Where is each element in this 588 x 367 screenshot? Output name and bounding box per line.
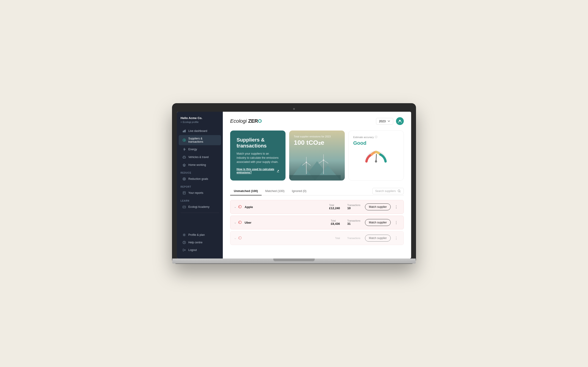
laptop-base: [172, 259, 416, 264]
more-options-button[interactable]: ⋮: [393, 204, 400, 210]
hero-main-card: Suppliers & transactions Match your supp…: [230, 131, 285, 181]
main-content: Ecologi ZERO 2023: [223, 112, 411, 259]
match-supplier-button[interactable]: Match supplier: [365, 235, 391, 242]
sidebar-item-label: Logout: [188, 248, 197, 252]
sidebar-item-label: Profile & plan: [188, 233, 205, 236]
supplier-meta: Total £12,240 Transactions 10: [329, 204, 360, 210]
external-link-icon: ↗: [277, 169, 279, 173]
accuracy-label: Estimate accuracy ⓘ: [353, 135, 377, 139]
emissions-content: Total supplier emissions for 2023 100 tC…: [294, 135, 340, 146]
match-supplier-button[interactable]: Match supplier: [365, 219, 391, 226]
target-icon: [182, 177, 186, 181]
sidebar-item-reduction-goals[interactable]: Reduction goals: [179, 175, 221, 183]
tx-label: Transactions: [347, 204, 360, 206]
laptop-camera: [293, 108, 295, 110]
sidebar-bottom: Profile & plan Help centre Logout: [177, 231, 223, 254]
more-options-button[interactable]: ⋮: [393, 219, 400, 226]
hero-link[interactable]: How is this used to calculate emissions?…: [237, 168, 279, 174]
supplier-row: ⌄ Total Transactions: [230, 231, 404, 245]
supplier-actions: Match supplier ⋮: [365, 203, 400, 210]
svg-rect-2: [185, 130, 186, 132]
total-label: Total: [335, 237, 340, 240]
supplier-name: Uber: [245, 221, 331, 224]
svg-point-6: [185, 158, 185, 158]
supplier-transactions: Transactions 10: [347, 204, 360, 210]
top-bar: Ecologi ZERO 2023: [230, 117, 404, 125]
divider: [181, 213, 219, 213]
chart-icon: [182, 129, 186, 133]
expand-icon[interactable]: ⌄: [234, 221, 236, 224]
section-label-reduce: REDUCE: [177, 169, 223, 175]
emissions-card: Total supplier emissions for 2023 100 tC…: [289, 131, 345, 181]
hero-title: Suppliers & transactions: [237, 137, 279, 149]
tx-value: 10: [347, 206, 360, 210]
sidebar-item-help-centre[interactable]: Help centre: [179, 239, 221, 246]
hero-cards: Suppliers & transactions Match your supp…: [230, 131, 404, 181]
sidebar-item-profile-plan[interactable]: Profile & plan: [179, 231, 221, 239]
sidebar-item-label: Live dashboard: [188, 129, 207, 133]
sidebar-item-home-working[interactable]: Home working: [179, 161, 221, 169]
expand-icon[interactable]: ⌄: [234, 205, 236, 209]
supplier-list: ⌄ Apple Total £12,240 Transactions: [230, 200, 404, 245]
supplier-actions: Match supplier ⋮: [365, 235, 400, 242]
svg-line-30: [319, 160, 324, 163]
svg-point-11: [184, 179, 184, 179]
gauge-container: [353, 150, 399, 164]
sidebar-item-label: Vehicles & travel: [188, 156, 209, 159]
logo-zero: ZERO: [248, 118, 262, 124]
chevron-down-icon: [388, 120, 390, 123]
sidebar-ecologi-link[interactable]: < Ecologi profile: [177, 121, 223, 127]
sidebar-item-logout[interactable]: Logout: [179, 246, 221, 254]
total-value: £8,436: [331, 222, 340, 225]
search-box[interactable]: Search suppliers: [372, 188, 404, 194]
laptop-wrapper: Hello Acme Co. < Ecologi profile Live da…: [168, 99, 420, 268]
top-right: 2023: [376, 117, 404, 125]
logo: Ecologi ZERO: [230, 118, 262, 124]
tab-ignored[interactable]: Ignored (0): [288, 187, 310, 195]
tabs: Unmatched (100) Matched (100) Ignored (0…: [230, 187, 404, 195]
sidebar: Hello Acme Co. < Ecologi profile Live da…: [177, 112, 223, 259]
accuracy-value: Good: [353, 140, 366, 146]
section-label-learn: LEARN: [177, 197, 223, 203]
search-placeholder-text: Search suppliers: [375, 190, 396, 193]
sidebar-item-live-dashboard[interactable]: Live dashboard: [179, 127, 221, 135]
supplier-name: Apple: [245, 205, 329, 209]
expand-icon[interactable]: ⌄: [234, 236, 236, 240]
svg-rect-12: [183, 192, 185, 194]
supplier-total: Total: [335, 237, 340, 240]
sidebar-item-energy[interactable]: Energy: [179, 146, 221, 153]
svg-rect-13: [183, 206, 186, 208]
info-icon: ⓘ: [375, 135, 377, 139]
supplier-transactions: Transactions: [347, 237, 360, 240]
accuracy-card: Estimate accuracy ⓘ Good: [348, 131, 404, 181]
svg-rect-27: [323, 160, 324, 174]
sidebar-item-your-reports[interactable]: Your reports: [179, 189, 221, 197]
svg-rect-21: [289, 175, 341, 181]
logo-ecologi: Ecologi: [230, 118, 248, 124]
total-value: £12,240: [329, 206, 340, 210]
tx-label: Transactions: [347, 237, 360, 240]
sidebar-item-suppliers-transactions[interactable]: Suppliers & transactions: [179, 135, 221, 145]
sidebar-greeting: Hello Acme Co.: [177, 116, 223, 121]
sidebar-item-label: Your reports: [188, 191, 203, 194]
match-supplier-button[interactable]: Match supplier: [365, 203, 391, 210]
avatar[interactable]: [396, 117, 404, 125]
windmill-illustration: [289, 150, 341, 181]
supplier-transactions: Transactions 31: [347, 219, 360, 225]
more-options-button[interactable]: ⋮: [393, 235, 400, 241]
total-label: Total: [329, 204, 340, 206]
supplier-row: ⌄ Uber Total £8,436 Transactions: [230, 216, 404, 229]
sidebar-item-vehicles-travel[interactable]: Vehicles & travel: [179, 153, 221, 161]
sidebar-item-ecologi-academy[interactable]: Ecologi Academy: [179, 203, 221, 211]
svg-rect-22: [306, 162, 307, 174]
search-icon: [398, 190, 401, 193]
tab-unmatched[interactable]: Unmatched (100): [230, 187, 262, 195]
reports-icon: [182, 191, 186, 195]
tab-matched[interactable]: Matched (100): [262, 187, 288, 195]
emissions-label: Total supplier emissions for 2023: [294, 135, 340, 138]
total-label: Total: [331, 219, 340, 222]
sync-icon: [238, 220, 242, 225]
section-label-report: REPORT: [177, 183, 223, 189]
year-selector[interactable]: 2023: [376, 118, 393, 125]
year-value: 2023: [379, 119, 386, 123]
